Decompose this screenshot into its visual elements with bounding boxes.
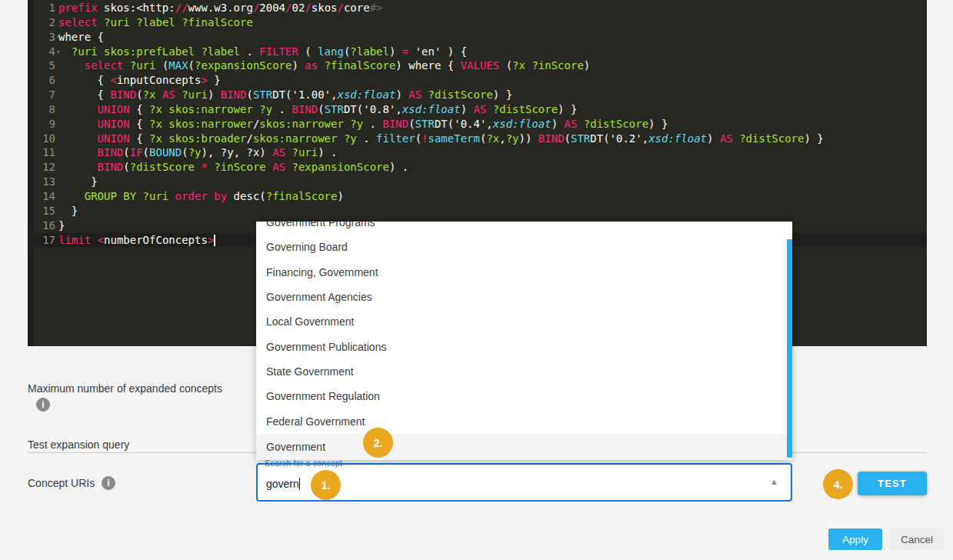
suggestion-item[interactable]: Government Publications <box>256 334 792 358</box>
code-text: } <box>58 219 65 232</box>
cancel-button[interactable]: Cancel <box>890 528 944 550</box>
code-text: } <box>58 175 98 188</box>
concept-search-text: govern <box>266 478 299 490</box>
info-icon[interactable]: i <box>36 398 50 412</box>
suggestion-item[interactable]: Local Government <box>256 309 792 334</box>
code-line[interactable]: 4▾ ?uri skos:prefLabel ?label . FILTER (… <box>28 45 927 59</box>
code-line[interactable]: 14 GROUP BY ?uri order by desc(?finalSco… <box>28 189 927 204</box>
line-number: 14 <box>28 189 55 204</box>
suggestion-item[interactable]: Government Regulation <box>256 384 792 408</box>
code-text: select ?uri ?label ?finalScore <box>58 16 253 28</box>
chevron-up-icon[interactable]: ▲ <box>770 477 778 486</box>
line-number: 11 <box>28 145 55 160</box>
dropdown-scrollbar[interactable] <box>787 239 792 458</box>
line-number: 7 <box>28 88 55 102</box>
code-line[interactable]: 15 } <box>28 204 927 218</box>
test-expansion-query-label: Test expansion query <box>28 438 129 451</box>
code-text: prefix skos:<http://www.w3.org/2004/02/s… <box>58 2 383 14</box>
code-text: select ?uri (MAX(?expansionScore) as ?fi… <box>58 59 590 72</box>
step-badge-1: 1. <box>311 470 341 500</box>
code-line[interactable]: 13 } <box>28 175 927 189</box>
code-line[interactable]: 12 BIND(?distScore * ?inScore AS ?expans… <box>28 160 927 175</box>
line-number: 9 <box>28 117 55 132</box>
code-line[interactable]: 5 select ?uri (MAX(?expansionScore) as ?… <box>28 58 927 73</box>
suggestion-item[interactable]: State Government <box>256 359 792 384</box>
code-line[interactable]: 11 BIND(IF(BOUND(?y), ?y, ?x) AS ?uri) . <box>28 145 927 160</box>
step-badge-2: 2. <box>363 428 393 458</box>
code-text: where { <box>58 31 104 43</box>
line-number: 10 <box>28 132 55 146</box>
max-expanded-concepts-label: Maximum number of expanded concepts <box>28 382 222 395</box>
code-line[interactable]: 9 UNION { ?x skos:narrower/skos:narrower… <box>28 117 927 132</box>
code-text: GROUP BY ?uri order by desc(?finalScore) <box>58 190 344 202</box>
code-text: ?uri skos:prefLabel ?label . FILTER ( la… <box>58 45 467 58</box>
code-text: BIND(?distScore * ?inScore AS ?expansion… <box>58 161 408 173</box>
suggestion-item[interactable]: Financing, Government <box>256 260 792 285</box>
fold-marker-icon[interactable]: ▾ <box>56 30 60 45</box>
line-number: 17 <box>28 233 55 248</box>
code-line[interactable]: 3▾where { <box>28 30 927 45</box>
suggestion-item[interactable]: Government Programs <box>256 222 792 235</box>
concept-suggestion-dropdown: Government ProgramsGoverning BoardFinanc… <box>256 222 792 460</box>
fold-marker-icon[interactable]: ▾ <box>56 45 60 59</box>
code-text: } <box>58 205 78 217</box>
line-number: 13 <box>28 175 55 189</box>
code-text: limit <numberOfConcepts> <box>58 234 215 246</box>
line-number: 16 <box>28 218 55 233</box>
line-number: 1 <box>28 1 55 15</box>
concept-uris-label: Concept URIs <box>28 477 95 489</box>
test-button[interactable]: TEST <box>858 472 927 495</box>
suggestion-item[interactable]: Government <box>256 434 792 460</box>
code-line[interactable]: 2select ?uri ?label ?finalScore <box>28 15 927 30</box>
code-line[interactable]: 1prefix skos:<http://www.w3.org/2004/02/… <box>28 1 927 15</box>
code-text: { <inputConcepts> } <box>58 74 221 86</box>
code-text: UNION { ?x skos:narrower/skos:narrower ?… <box>58 118 668 130</box>
code-line[interactable]: 6 { <inputConcepts> } <box>28 73 927 88</box>
line-number: 4 <box>28 45 55 59</box>
suggestion-item[interactable]: Government Agencies <box>256 285 792 309</box>
code-text: BIND(IF(BOUND(?y), ?y, ?x) AS ?uri) . <box>58 146 338 158</box>
expansion-query-dialog: 1prefix skos:<http://www.w3.org/2004/02/… <box>0 0 953 560</box>
line-number: 6 <box>28 73 55 88</box>
line-number: 15 <box>28 204 55 218</box>
code-text: UNION { ?x skos:narrower ?y . BIND(STRDT… <box>58 103 577 115</box>
code-line[interactable]: 8 UNION { ?x skos:narrower ?y . BIND(STR… <box>28 102 927 117</box>
code-text: { BIND(?x AS ?uri) BIND(STRDT('1.00',xsd… <box>58 88 512 101</box>
code-text: UNION { ?x skos:broader/skos:narrower ?y… <box>58 132 824 145</box>
apply-button[interactable]: Apply <box>828 528 882 550</box>
suggestion-list: Government ProgramsGoverning BoardFinanc… <box>256 222 792 460</box>
line-number: 3 <box>28 30 55 45</box>
line-number: 2 <box>28 15 55 30</box>
text-cursor <box>299 478 300 490</box>
code-line[interactable]: 10 UNION { ?x skos:broader/skos:narrower… <box>28 132 927 146</box>
line-number: 8 <box>28 102 55 117</box>
suggestion-item[interactable]: Federal Government <box>256 408 792 433</box>
line-number: 12 <box>28 160 55 175</box>
line-number: 5 <box>28 58 55 73</box>
info-icon[interactable]: i <box>102 476 115 490</box>
code-rows: 1prefix skos:<http://www.w3.org/2004/02/… <box>28 1 927 247</box>
text-cursor <box>214 235 215 246</box>
code-line[interactable]: 7 { BIND(?x AS ?uri) BIND(STRDT('1.00',x… <box>28 88 927 102</box>
concept-search-value[interactable]: govern <box>266 478 300 490</box>
suggestion-item[interactable]: Governing Board <box>256 235 792 259</box>
step-badge-4: 4. <box>823 469 853 499</box>
